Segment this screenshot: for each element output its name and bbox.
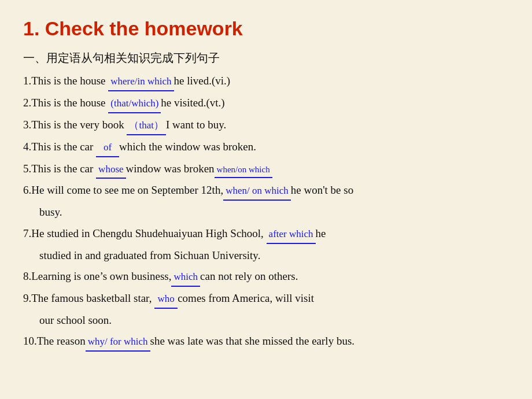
line-before-9: 9.The famous basketball star, xyxy=(23,292,154,304)
exercise-line-6: 6.He will come to see me on September 12… xyxy=(23,181,509,201)
line-after-1: he lived.(vi.) xyxy=(174,75,231,87)
subtitle: 一、用定语从句相关知识完成下列句子 xyxy=(23,50,509,66)
line-before-1: 1.This is the house xyxy=(23,75,108,87)
line-after-7: he xyxy=(316,227,326,239)
answer-7: after which xyxy=(267,226,316,244)
line-before-7: 7.He studied in Chengdu Shudehuaiyuan Hi… xyxy=(23,227,267,239)
line-after-5: window was broken xyxy=(126,162,215,175)
answer-1: where/in which xyxy=(108,73,173,91)
line-after-4: which the window was broken. xyxy=(119,141,256,153)
line-before-6: 6.He will come to see me on September 12… xyxy=(23,184,223,196)
exercise-line-2: 2.This is the house (that/which)he visit… xyxy=(23,94,509,113)
answer-6: when/ on which xyxy=(223,183,291,201)
line-after-8: can not rely on others. xyxy=(200,270,298,282)
line-before-8: 8.Learning is one’s own business, xyxy=(23,270,171,282)
page-title: 1. Check the homework xyxy=(23,17,509,40)
line-before-10: 10.The reason xyxy=(23,335,86,347)
inline-answer-5: when/on which xyxy=(215,162,272,179)
exercise-line-7-cont: studied in and graduated from Sichuan Un… xyxy=(39,246,509,265)
exercise-line-8: 8.Learning is one’s own business,whichca… xyxy=(23,267,509,287)
exercise-line-9: 9.The famous basketball star, whocomes f… xyxy=(23,289,509,309)
line-before-4: 4.This is the car xyxy=(23,141,96,153)
line-before-3: 3.This is the very book xyxy=(23,119,127,131)
exercise-line-4: 4.This is the car ofwhich the window was… xyxy=(23,138,509,157)
line-after-6: he won't be so xyxy=(291,184,353,196)
exercise-line-3: 3.This is the very book （that）I want to … xyxy=(23,116,509,135)
line-after-9: comes from America, will visit xyxy=(178,292,314,304)
answer-9: who xyxy=(154,291,178,309)
exercise-line-10: 10.The reasonwhy/ for whichshe was late … xyxy=(23,332,509,352)
answer-3: （that） xyxy=(127,117,166,135)
line-before-2: 2.This is the house xyxy=(23,97,108,109)
exercise-line-5: 5.This is the car whosewindow was broken… xyxy=(23,160,509,179)
line-after-3: I want to buy. xyxy=(166,119,226,131)
exercise-line-7: 7.He studied in Chengdu Shudehuaiyuan Hi… xyxy=(23,224,509,244)
line-after-10: she was late was that she missed the ear… xyxy=(150,335,355,347)
answer-4: of xyxy=(96,139,119,157)
answer-10: why/ for which xyxy=(86,334,150,352)
answer-8: which xyxy=(171,269,200,287)
exercise-line-6-cont: busy. xyxy=(39,203,509,221)
answer-2: (that/which) xyxy=(108,95,161,113)
exercise-line-1: 1.This is the house where/in whichhe liv… xyxy=(23,72,509,91)
line-before-5: 5.This is the car xyxy=(23,162,96,175)
line-after-2: he visited.(vt.) xyxy=(161,97,224,109)
exercise-line-9-cont: our school soon. xyxy=(39,311,509,330)
answer-5: whose xyxy=(96,161,125,179)
